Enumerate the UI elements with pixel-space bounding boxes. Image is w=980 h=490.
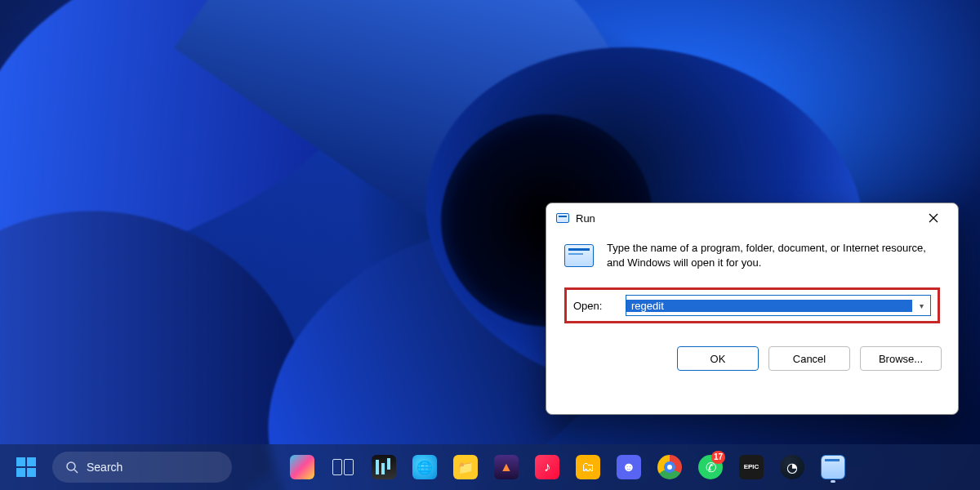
folder-icon: 📁 (453, 455, 478, 479)
close-icon (929, 213, 938, 223)
taskbar-discord[interactable]: ☻ (611, 449, 647, 485)
whatsapp-badge: 17 (711, 451, 725, 464)
epic-icon: EPIC (739, 455, 764, 479)
files-icon: 🗂 (576, 455, 600, 479)
flame-icon: ▲ (494, 455, 519, 479)
music-icon: ♪ (535, 455, 559, 479)
open-label: Open: (573, 300, 616, 312)
ok-button[interactable]: OK (677, 346, 759, 371)
taskbar: Search 🌐 📁 ▲ ♪ 🗂 ☻ ✆ 17 EPIC ◔ (0, 444, 980, 490)
taskbar-music[interactable]: ♪ (529, 449, 565, 485)
run-taskbar-icon (821, 455, 845, 479)
desktop: Run Type the name of a program, folder, … (0, 0, 980, 490)
taskbar-run[interactable] (815, 449, 851, 485)
run-dialog: Run Type the name of a program, folder, … (546, 203, 959, 415)
taskbar-flame[interactable]: ▲ (488, 449, 524, 485)
taskview-icon (332, 459, 354, 475)
taskbar-search[interactable]: Search (52, 452, 232, 483)
titlebar[interactable]: Run (546, 203, 958, 233)
svg-point-0 (67, 462, 75, 470)
windows-logo-icon (16, 457, 36, 477)
taskbar-files[interactable]: 🗂 (570, 449, 606, 485)
start-button[interactable] (10, 451, 42, 483)
taskbar-browser[interactable]: 🌐 (407, 449, 443, 485)
taskbar-epic[interactable]: EPIC (733, 449, 769, 485)
close-button[interactable] (919, 207, 948, 229)
taskbar-whatsapp[interactable]: ✆ 17 (693, 449, 728, 485)
dialog-description: Type the name of a program, folder, docu… (607, 241, 940, 270)
taskbar-steam[interactable]: ◔ (774, 449, 810, 485)
taskbar-activity[interactable] (366, 449, 402, 485)
steam-icon: ◔ (780, 455, 804, 479)
copilot-icon (290, 455, 314, 479)
browser-icon: 🌐 (412, 455, 437, 479)
taskbar-chrome[interactable] (652, 449, 688, 485)
run-app-icon (564, 244, 594, 267)
search-icon (65, 461, 78, 474)
cancel-button[interactable]: Cancel (768, 346, 850, 371)
discord-icon: ☻ (617, 455, 641, 479)
chrome-icon (657, 455, 682, 479)
dialog-title: Run (576, 212, 595, 225)
taskbar-taskview[interactable] (325, 449, 361, 485)
taskbar-icons: 🌐 📁 ▲ ♪ 🗂 ☻ ✆ 17 EPIC ◔ (284, 449, 851, 485)
taskbar-explorer[interactable]: 📁 (448, 449, 483, 485)
open-input[interactable] (626, 300, 912, 312)
open-combobox[interactable]: ▾ (626, 295, 931, 316)
chevron-down-icon[interactable]: ▾ (912, 301, 930, 310)
activity-icon (372, 455, 396, 479)
browse-button[interactable]: Browse... (860, 346, 942, 371)
taskbar-copilot[interactable] (284, 449, 320, 485)
open-row-highlight: Open: ▾ (564, 287, 940, 323)
run-icon (556, 213, 569, 223)
search-placeholder: Search (87, 461, 122, 474)
svg-line-1 (74, 470, 78, 473)
